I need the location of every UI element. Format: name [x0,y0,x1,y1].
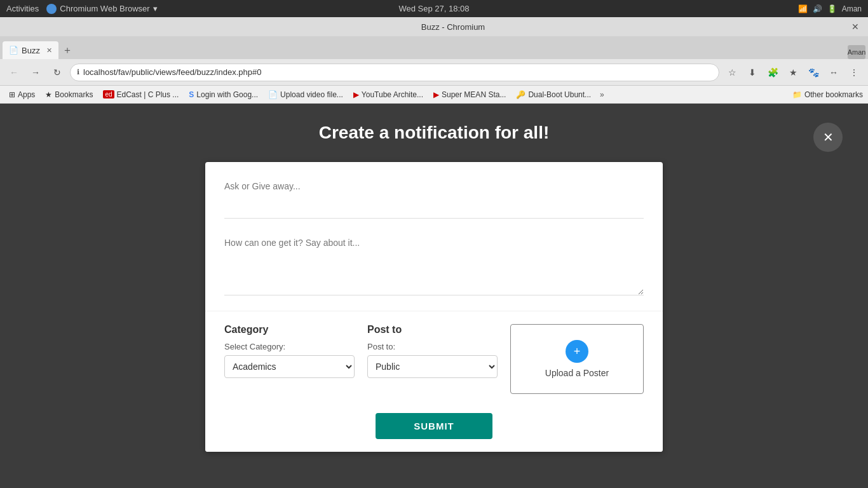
form-card: Category Select Category: Academics Post… [205,162,663,452]
gnome-button[interactable]: 🐾 [804,64,822,81]
user-name: Aman [842,4,862,13]
bookmark-bookmarks-label: Bookmarks [55,90,93,99]
chromium-dropdown-icon: ▾ [153,4,158,13]
star-bookmark-icon: ★ [45,90,52,99]
form-inner [205,162,663,311]
category-select[interactable]: Academics [224,355,355,378]
volume-icon: 🔊 [813,4,822,13]
page-content: Create a notification for all! ✕ Categor… [0,104,868,488]
chromium-label: Chromium Web Browser [60,4,149,13]
folder-icon: 📁 [792,90,802,99]
wifi-icon: 📶 [798,4,808,13]
battery-icon: 🔋 [827,4,837,13]
more-bookmarks-button[interactable]: » [597,89,607,100]
form-bottom: Category Select Category: Academics Post… [205,311,663,407]
new-tab-button[interactable]: ＋ [58,41,76,59]
bookmark-mean[interactable]: ▶ Super MEAN Sta... [430,89,510,100]
os-topbar-right: 📶 🔊 🔋 Aman [798,4,862,13]
upload-box[interactable]: + Upload a Poster [510,324,644,394]
lock-icon: ℹ [77,68,79,76]
category-title: Category [224,324,355,336]
browser-toolbar: ← → ↻ ℹ localhost/fav/public/views/feed/… [0,59,868,86]
other-bookmarks-button[interactable]: 📁 Other bookmarks [792,90,863,99]
address-text: localhost/fav/public/views/feed/buzz/ind… [83,67,261,77]
category-section: Category Select Category: Academics [224,324,355,394]
youtube-icon: ▶ [353,90,359,99]
google-s-icon: S [189,90,194,99]
settings-button[interactable]: ⋮ [845,64,863,81]
submit-section: SUBMIT [205,407,663,452]
window-close-button[interactable]: ✕ [849,20,862,33]
bookmark-apps[interactable]: ⊞ Apps [5,89,39,100]
activities-button[interactable]: Activities [6,4,39,13]
post-to-section: Post to Post to: Public [367,324,498,394]
plus-icon: + [574,345,581,358]
upload-circle-icon: + [566,340,588,363]
os-topbar: Activities Chromium Web Browser ▾ Wed Se… [0,0,868,17]
apps-grid-icon: ⊞ [9,90,15,99]
upload-label: Upload a Poster [545,368,609,378]
browser-tabs: 📄 Buzz ✕ ＋ Aman [0,36,868,59]
bookmark-upload-label: Upload video file... [280,90,343,99]
close-x-icon: ✕ [823,130,834,145]
bookmark-upload-video[interactable]: 📄 Upload video file... [264,89,347,100]
overlay-close-button[interactable]: ✕ [813,123,843,152]
upload-section: + Upload a Poster [510,324,644,394]
edcast-icon: ed [103,90,114,98]
tab-label: Buzz [22,46,40,55]
address-bar[interactable]: ℹ localhost/fav/public/views/feed/buzz/i… [70,64,719,81]
tab-page-icon: 📄 [9,46,18,55]
profile-button[interactable]: Aman [848,45,865,59]
extensions-button[interactable]: 🧩 [764,64,782,81]
bookmark-youtube[interactable]: ▶ YouTube Archite... [349,89,427,100]
bookmark-google-login[interactable]: S Login with Goog... [185,89,262,100]
post-to-title: Post to [367,324,498,336]
bookmark-apps-label: Apps [18,90,35,99]
bookmark-dualboot[interactable]: 🔑 Dual-Boot Ubunt... [512,89,595,100]
browser-title: Buzz - Chromium [57,22,849,32]
bookmark-youtube-label: YouTube Archite... [362,90,423,99]
tab-close-button[interactable]: ✕ [46,46,52,55]
post-to-label: Post to: [367,342,498,351]
bookmark-dualboot-label: Dual-Boot Ubunt... [528,90,591,99]
chromium-globe-icon [46,4,57,14]
chromium-indicator[interactable]: Chromium Web Browser ▾ [46,4,157,14]
category-label: Select Category: [224,342,355,351]
download-button[interactable]: ⬇ [743,64,761,81]
forward-button[interactable]: → [27,64,44,81]
bookmark-bookmarks[interactable]: ★ Bookmarks [41,89,97,100]
bookmark-mean-label: Super MEAN Sta... [442,90,506,99]
dualboot-icon: 🔑 [516,90,526,99]
reload-button[interactable]: ↻ [48,64,66,81]
os-topbar-left: Activities Chromium Web Browser ▾ [6,4,158,14]
toolbar-actions: ☆ ⬇ 🧩 ★ 🐾 ↔ ⋮ [723,64,863,81]
bookmarks-bar: ⊞ Apps ★ Bookmarks ed EdCast | C Plus ..… [0,86,868,104]
video-upload-icon: 📄 [268,90,278,99]
description-input[interactable] [224,231,644,295]
sync-button[interactable]: ↔ [825,64,843,81]
bookmark-google-label: Login with Goog... [196,90,258,99]
submit-button[interactable]: SUBMIT [376,413,492,439]
star-button[interactable]: ★ [784,64,802,81]
bookmark-edcast[interactable]: ed EdCast | C Plus ... [99,89,182,100]
bookmark-edcast-label: EdCast | C Plus ... [117,90,179,99]
bookmark-star-button[interactable]: ☆ [723,64,741,81]
browser-titlebar: Buzz - Chromium ✕ [0,17,868,36]
os-datetime: Wed Sep 27, 18:08 [398,4,469,13]
active-tab[interactable]: 📄 Buzz ✕ [3,41,58,59]
mean-icon: ▶ [433,90,439,99]
post-to-select[interactable]: Public [367,355,498,378]
other-bookmarks-label: Other bookmarks [804,90,863,99]
browser-window: Buzz - Chromium ✕ 📄 Buzz ✕ ＋ Aman ← → ↻ … [0,17,868,488]
page-title: Create a notification for all! [319,123,550,143]
ask-giveaway-input[interactable] [224,175,644,219]
back-button[interactable]: ← [5,64,23,81]
